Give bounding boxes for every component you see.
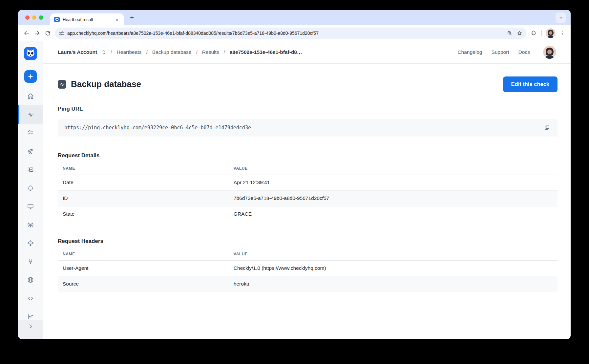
- sidebar-item-alerts[interactable]: [18, 179, 43, 197]
- main-area: Laura's Account / Heartbeats / Backup da…: [43, 41, 571, 339]
- screenshot-stage: Heartbeat result × +: [0, 0, 589, 364]
- app-header: Laura's Account / Heartbeats / Backup da…: [43, 41, 571, 64]
- integrations-diamonds-icon: [27, 240, 34, 247]
- sidebar-item-broadcast[interactable]: [18, 216, 43, 234]
- bookmark-star-icon[interactable]: [515, 28, 524, 38]
- table-row: ID 7b6d73e5-a718-49b0-a8d0-95671d20cf57: [58, 191, 557, 206]
- sidebar-item-integrations[interactable]: [18, 234, 43, 252]
- column-header-name: NAME: [58, 166, 229, 171]
- copy-icon: [544, 124, 550, 131]
- heartbeat-check-badge: [58, 80, 66, 89]
- header-value: heroku: [229, 281, 557, 287]
- chrome-profile-avatar[interactable]: [546, 28, 556, 38]
- ping-url-box: https://ping.checklyhq.com/e93229ce-0bc6…: [58, 119, 557, 137]
- sidebar-item-globe[interactable]: [18, 271, 43, 289]
- insights-chart-icon: [27, 313, 34, 320]
- browser-titlebar: Heartbeat result × +: [18, 10, 571, 25]
- table-body: User-Agent Checkly/1.0 (https://www.chec…: [58, 261, 557, 292]
- heartbeat-pulse-icon: [59, 81, 65, 87]
- breadcrumb: Laura's Account / Heartbeats / Backup da…: [58, 49, 457, 55]
- tab-close-icon[interactable]: ×: [114, 16, 120, 23]
- sidebar-item-maintenance[interactable]: [18, 252, 43, 271]
- changelog-link[interactable]: Changelog: [457, 49, 482, 55]
- toolbar-divider: [541, 30, 542, 36]
- table-row: Date Apr 21 12:39:41: [58, 175, 557, 191]
- request-details-heading: Request Details: [58, 152, 557, 159]
- header-name: User-Agent: [58, 265, 229, 271]
- minimize-window-button[interactable]: [32, 15, 36, 20]
- sidebar-item-code[interactable]: [18, 289, 43, 308]
- home-icon: [27, 93, 34, 100]
- header-name: Source: [58, 281, 229, 287]
- tab-search-button[interactable]: [556, 12, 566, 23]
- close-window-button[interactable]: [25, 15, 30, 20]
- edit-check-button[interactable]: Edit this check: [503, 76, 557, 92]
- alerts-bell-icon: [27, 184, 34, 192]
- docs-link[interactable]: Docs: [518, 49, 530, 55]
- site-settings-icon[interactable]: [59, 31, 64, 36]
- heartbeats-pulse-icon: [27, 111, 34, 118]
- user-avatar[interactable]: [543, 46, 556, 59]
- window-controls: [25, 15, 43, 20]
- telescope-icon: [27, 148, 34, 155]
- sidebar: [18, 41, 43, 339]
- column-header-value: VALUE: [229, 166, 557, 171]
- checkly-logo-icon[interactable]: [24, 47, 37, 60]
- detail-value: 7b6d73e5-a718-49b0-a8d0-95671d20cf57: [229, 195, 557, 201]
- chrome-menu-icon[interactable]: [557, 28, 567, 38]
- breadcrumb-result-id: a8e7502a-153e-46e1-bfaf-d8…: [230, 49, 302, 55]
- breadcrumb-results-link[interactable]: Results: [202, 49, 219, 55]
- maintenance-wrench-icon: [27, 258, 34, 265]
- forward-button[interactable]: [32, 28, 42, 38]
- sidebar-item-dashboards[interactable]: [18, 197, 43, 216]
- detail-value: Apr 21 12:39:41: [229, 180, 557, 185]
- request-headers-heading: Request Headers: [58, 238, 557, 245]
- table-row: Source heroku: [58, 276, 557, 292]
- sidebar-item-runbooks[interactable]: [18, 161, 43, 179]
- breadcrumb-heartbeats-link[interactable]: Heartbeats: [117, 49, 142, 55]
- extensions-puzzle-icon[interactable]: [528, 28, 539, 38]
- breadcrumb-separator: /: [224, 49, 225, 55]
- browser-toolbar: app.checklyhq.com/heartbeats/a8e7502a-15…: [18, 25, 571, 41]
- tab-title: Heartbeat result: [63, 17, 114, 22]
- column-header-name: NAME: [58, 252, 229, 256]
- account-switcher[interactable]: Laura's Account: [58, 49, 97, 55]
- browser-tab[interactable]: Heartbeat result ×: [50, 13, 124, 25]
- broadcast-icon: [27, 221, 34, 228]
- breadcrumb-check-link[interactable]: Backup database: [152, 49, 192, 55]
- code-icon: [27, 295, 34, 302]
- dashboards-monitor-icon: [27, 203, 34, 210]
- reload-button[interactable]: [42, 28, 53, 38]
- table-header-row: NAME VALUE: [58, 166, 557, 175]
- table-body: Date Apr 21 12:39:41 ID 7b6d73e5-a718-49…: [58, 175, 557, 222]
- url-text: app.checklyhq.com/heartbeats/a8e7502a-15…: [67, 31, 505, 36]
- create-check-button[interactable]: [24, 70, 37, 83]
- title-row: Backup database Edit this check: [58, 74, 557, 95]
- ping-url-heading: Ping URL: [58, 106, 557, 112]
- sidebar-item-home[interactable]: [18, 87, 43, 105]
- new-tab-button[interactable]: +: [128, 13, 136, 22]
- expand-sidebar-chevron-icon: [27, 323, 34, 330]
- detail-name: Date: [58, 180, 229, 185]
- page-content: Backup database Edit this check Ping URL…: [43, 64, 571, 339]
- table-header-row: NAME VALUE: [58, 252, 557, 261]
- back-button[interactable]: [21, 28, 32, 38]
- detail-value: GRACE: [229, 211, 557, 217]
- header-value: Checkly/1.0 (https://www.checklyhq.com): [229, 265, 557, 271]
- support-link[interactable]: Support: [491, 49, 509, 55]
- zoom-page-icon[interactable]: [505, 28, 515, 38]
- table-row: User-Agent Checkly/1.0 (https://www.chec…: [58, 261, 557, 276]
- browser-window: Heartbeat result × +: [18, 10, 571, 339]
- globe-icon: [27, 276, 34, 284]
- detail-name: ID: [58, 195, 229, 201]
- sidebar-item-checks[interactable]: [18, 124, 43, 142]
- sidebar-expand-bar[interactable]: [18, 320, 43, 339]
- sidebar-item-telescope[interactable]: [18, 142, 43, 161]
- url-bar[interactable]: app.checklyhq.com/heartbeats/a8e7502a-15…: [55, 28, 526, 39]
- zoom-window-button[interactable]: [39, 15, 43, 20]
- breadcrumb-separator: /: [146, 49, 147, 55]
- copy-ping-url-button[interactable]: [541, 122, 553, 134]
- breadcrumb-separator: /: [196, 49, 198, 55]
- sidebar-item-heartbeats[interactable]: [18, 105, 43, 124]
- account-switch-chevrons-icon[interactable]: [102, 50, 106, 55]
